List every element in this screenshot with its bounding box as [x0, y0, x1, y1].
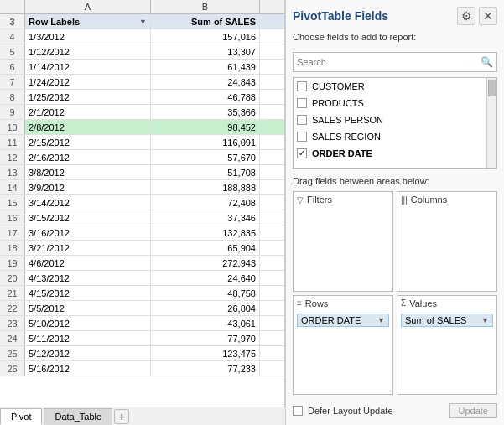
row-num-11: 11 — [0, 135, 25, 149]
fields-scrollbar[interactable] — [486, 78, 496, 168]
rows-tag-dropdown[interactable]: ▼ — [377, 316, 385, 324]
date-cell[interactable]: 1/24/2012 — [25, 75, 151, 89]
field-item[interactable]: ✓ ORDER DATE — [294, 145, 496, 162]
defer-checkbox[interactable] — [293, 406, 303, 416]
table-row: 21 4/15/2012 48,758 — [0, 286, 284, 301]
sales-cell[interactable]: 77,233 — [151, 361, 260, 376]
sales-cell[interactable]: 65,904 — [151, 241, 260, 255]
date-cell[interactable]: 5/5/2012 — [25, 301, 151, 315]
sales-cell[interactable]: 72,408 — [151, 195, 260, 210]
sales-cell[interactable]: 98,452 — [151, 120, 260, 134]
data-rows: 4 1/3/2012 157,016 5 1/12/2012 13,307 6 … — [0, 29, 284, 376]
sales-cell[interactable]: 61,439 — [151, 60, 260, 74]
date-cell[interactable]: 3/21/2012 — [25, 241, 151, 255]
sales-cell[interactable]: 24,843 — [151, 75, 260, 89]
field-checkbox[interactable]: ✓ — [297, 148, 307, 158]
date-cell[interactable]: 1/12/2012 — [25, 44, 151, 59]
sales-cell[interactable]: 26,804 — [151, 301, 260, 315]
row-labels-dropdown[interactable]: ▼ — [139, 18, 147, 26]
date-cell[interactable]: 3/9/2012 — [25, 180, 151, 194]
field-checkbox[interactable] — [297, 132, 307, 142]
values-sum-sales-tag[interactable]: Sum of SALES ▼ — [401, 314, 493, 327]
filter-icon: ▽ — [297, 195, 304, 205]
row-num-23: 23 — [0, 316, 25, 330]
field-item[interactable]: CUSTOMER — [294, 78, 496, 95]
sales-cell[interactable]: 46,788 — [151, 90, 260, 104]
date-cell[interactable]: 3/16/2012 — [25, 225, 151, 240]
table-body: 3 Row Labels ▼ Sum of SALES 4 1/3/2012 1… — [0, 14, 284, 425]
table-row: 10 2/8/2012 98,452 — [0, 120, 284, 135]
table-row: 26 5/16/2012 77,233 — [0, 361, 284, 376]
date-cell[interactable]: 5/12/2012 — [25, 346, 151, 360]
sales-cell[interactable]: 116,091 — [151, 135, 260, 149]
sales-cell[interactable]: 157,016 — [151, 29, 260, 44]
date-cell[interactable]: 2/15/2012 — [25, 135, 151, 149]
field-item[interactable]: PRODUCTS — [294, 95, 496, 111]
rows-label: ≡ Rows — [297, 298, 389, 308]
sales-cell[interactable]: 48,758 — [151, 286, 260, 300]
date-cell[interactable]: 4/13/2012 — [25, 271, 151, 285]
search-box[interactable]: 🔍 — [293, 52, 497, 72]
fields-list: CUSTOMER PRODUCTS SALES PERSON SALES REG… — [293, 77, 497, 169]
drag-label: Drag fields between areas below: — [293, 176, 497, 186]
field-checkbox[interactable] — [297, 115, 307, 125]
update-button[interactable]: Update — [449, 403, 497, 418]
date-cell[interactable]: 2/16/2012 — [25, 150, 151, 164]
date-cell[interactable]: 3/14/2012 — [25, 195, 151, 210]
table-row: 8 1/25/2012 46,788 — [0, 90, 284, 105]
sales-cell[interactable]: 13,307 — [151, 44, 260, 59]
sales-cell[interactable]: 35,366 — [151, 105, 260, 119]
field-item[interactable]: SALES PERSON — [294, 111, 496, 128]
sales-cell[interactable]: 188,888 — [151, 180, 260, 194]
tab-bar: Pivot Data_Table + — [0, 407, 285, 425]
values-tag-dropdown[interactable]: ▼ — [481, 316, 489, 324]
sales-cell[interactable]: 132,835 — [151, 225, 260, 240]
sales-cell[interactable]: 43,061 — [151, 316, 260, 330]
date-cell[interactable]: 5/11/2012 — [25, 331, 151, 345]
date-cell[interactable]: 2/1/2012 — [25, 105, 151, 119]
date-cell[interactable]: 1/25/2012 — [25, 90, 151, 104]
field-checkbox[interactable] — [297, 98, 307, 108]
date-cell[interactable]: 4/6/2012 — [25, 256, 151, 270]
table-row: 18 3/21/2012 65,904 — [0, 241, 284, 256]
table-row: 15 3/14/2012 72,408 — [0, 195, 284, 210]
tab-data-table[interactable]: Data_Table — [44, 408, 112, 425]
search-icon: 🔍 — [481, 56, 493, 68]
pivot-close-icon[interactable]: ✕ — [479, 7, 497, 25]
field-item[interactable]: SALES REGION — [294, 128, 496, 145]
sales-cell[interactable]: 57,670 — [151, 150, 260, 164]
row-num-5: 5 — [0, 44, 25, 59]
columns-label: ||| Columns — [401, 194, 493, 205]
date-cell[interactable]: 5/10/2012 — [25, 316, 151, 330]
row-num-9: 9 — [0, 105, 25, 119]
choose-fields-row: Choose fields to add to report: — [293, 32, 497, 47]
column-headers: A B — [0, 0, 284, 14]
date-cell[interactable]: 2/8/2012 — [25, 120, 151, 134]
field-checkbox[interactable] — [297, 81, 307, 91]
date-cell[interactable]: 3/8/2012 — [25, 165, 151, 179]
row-num-16: 16 — [0, 210, 25, 225]
table-row: 13 3/8/2012 51,708 — [0, 165, 284, 180]
search-input[interactable] — [297, 57, 481, 67]
rows-order-date-tag[interactable]: ORDER DATE ▼ — [297, 314, 389, 327]
date-cell[interactable]: 4/15/2012 — [25, 286, 151, 300]
sales-cell[interactable]: 272,943 — [151, 256, 260, 270]
rows-icon: ≡ — [297, 298, 302, 308]
sales-cell[interactable]: 123,475 — [151, 346, 260, 360]
date-cell[interactable]: 1/14/2012 — [25, 60, 151, 74]
pivot-settings-icon[interactable]: ⚙ — [457, 7, 475, 25]
date-cell[interactable]: 3/15/2012 — [25, 210, 151, 225]
row-num-21: 21 — [0, 286, 25, 300]
date-cell[interactable]: 5/16/2012 — [25, 361, 151, 376]
sales-cell[interactable]: 51,708 — [151, 165, 260, 179]
sales-cell[interactable]: 37,346 — [151, 210, 260, 225]
sales-cell[interactable]: 77,970 — [151, 331, 260, 345]
row-num-22: 22 — [0, 301, 25, 315]
spreadsheet-area: A B 3 Row Labels ▼ Sum of SALES 4 1/3/20… — [0, 0, 285, 425]
pivot-panel-title: PivotTable Fields — [293, 9, 388, 23]
sales-cell[interactable]: 24,640 — [151, 271, 260, 285]
date-cell[interactable]: 1/3/2012 — [25, 29, 151, 44]
tab-pivot[interactable]: Pivot — [0, 408, 42, 425]
add-tab-button[interactable]: + — [114, 409, 129, 424]
areas-grid: ▽ Filters ||| Columns ≡ Rows ORDER DATE … — [293, 191, 497, 395]
